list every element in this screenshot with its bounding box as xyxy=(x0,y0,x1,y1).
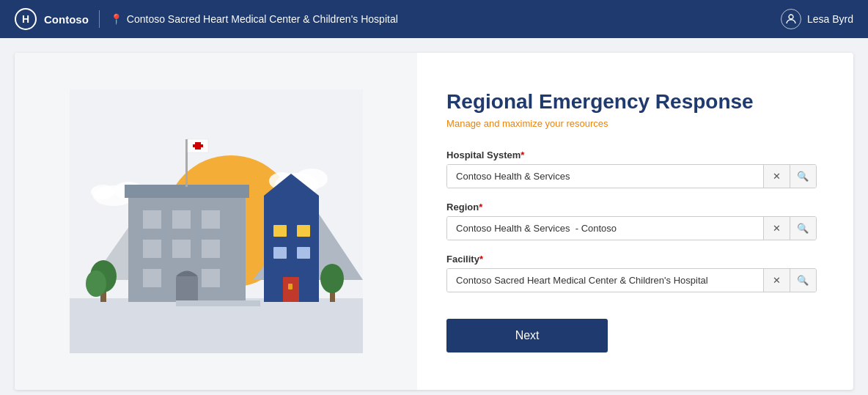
svg-rect-20 xyxy=(202,269,220,287)
svg-rect-40 xyxy=(176,300,260,306)
hospital-system-label: Hospital System* xyxy=(446,149,817,160)
header-facility: 📍 Contoso Sacred Heart Medical Center & … xyxy=(110,13,398,25)
illustration-side xyxy=(15,53,417,390)
hospital-system-group: Hospital System* ✕ 🔍 xyxy=(446,149,817,188)
app-logo: H xyxy=(15,8,37,30)
svg-rect-23 xyxy=(185,139,188,187)
region-input[interactable] xyxy=(447,217,763,240)
svg-rect-21 xyxy=(176,276,198,302)
user-avatar xyxy=(781,9,801,29)
facility-input[interactable] xyxy=(447,269,763,292)
next-button[interactable]: Next xyxy=(446,319,608,352)
hospital-system-clear-button[interactable]: ✕ xyxy=(763,165,790,188)
svg-rect-13 xyxy=(143,210,161,229)
facility-clear-button[interactable]: ✕ xyxy=(763,269,790,292)
svg-rect-14 xyxy=(172,210,191,229)
svg-rect-26 xyxy=(193,144,203,147)
pin-icon: 📍 xyxy=(110,13,122,25)
region-input-wrapper: ✕ 🔍 xyxy=(446,216,817,240)
facility-group: Facility* ✕ 🔍 xyxy=(446,254,817,292)
form-title: Regional Emergency Response xyxy=(446,90,817,114)
region-clear-button[interactable]: ✕ xyxy=(763,217,790,240)
svg-point-0 xyxy=(789,15,793,19)
required-marker: * xyxy=(479,254,483,265)
hospital-system-input-wrapper: ✕ 🔍 xyxy=(446,164,817,188)
logo-letter: H xyxy=(22,13,29,25)
illustration-scene xyxy=(70,89,363,353)
region-label: Region* xyxy=(446,202,817,213)
svg-rect-15 xyxy=(202,210,220,229)
svg-rect-30 xyxy=(297,225,310,237)
form-subtitle: Manage and maximize your resources xyxy=(446,118,817,129)
user-name: Lesa Byrd xyxy=(807,13,853,25)
main-card: Regional Emergency Response Manage and m… xyxy=(15,53,853,390)
svg-rect-16 xyxy=(143,240,161,258)
svg-rect-19 xyxy=(143,269,161,287)
form-side: Regional Emergency Response Manage and m… xyxy=(417,53,853,390)
facility-search-button[interactable]: 🔍 xyxy=(790,269,816,292)
hospital-system-input[interactable] xyxy=(447,165,763,188)
svg-point-39 xyxy=(320,264,344,293)
required-marker: * xyxy=(521,149,524,160)
facility-name: Contoso Sacred Heart Medical Center & Ch… xyxy=(127,13,398,25)
required-marker: * xyxy=(479,202,482,213)
header-divider xyxy=(99,10,100,28)
app-header: H Contoso 📍 Contoso Sacred Heart Medical… xyxy=(0,0,868,38)
svg-rect-29 xyxy=(273,225,287,237)
svg-rect-11 xyxy=(70,298,363,353)
svg-rect-31 xyxy=(273,247,287,259)
svg-point-37 xyxy=(86,270,106,297)
region-search-button[interactable]: 🔍 xyxy=(790,217,816,240)
hospital-system-search-button[interactable]: 🔍 xyxy=(790,165,816,188)
svg-rect-18 xyxy=(202,240,220,258)
svg-rect-34 xyxy=(288,284,293,289)
org-name: Contoso xyxy=(44,13,89,26)
main-container: Regional Emergency Response Manage and m… xyxy=(0,38,868,395)
svg-rect-17 xyxy=(172,240,191,258)
header-user: Lesa Byrd xyxy=(781,9,853,29)
region-group: Region* ✕ 🔍 xyxy=(446,202,817,240)
svg-rect-32 xyxy=(297,247,310,259)
svg-point-10 xyxy=(91,185,114,199)
facility-input-wrapper: ✕ 🔍 xyxy=(446,268,817,292)
facility-label: Facility* xyxy=(446,254,817,265)
